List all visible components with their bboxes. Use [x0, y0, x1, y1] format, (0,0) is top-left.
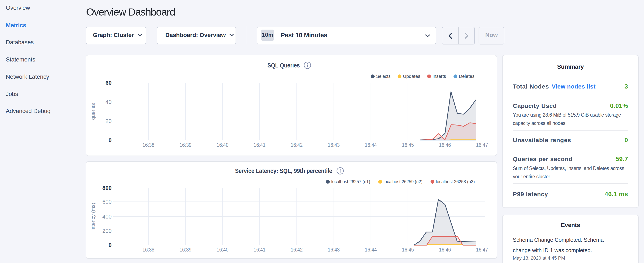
svg-text:localhost:26259 (n2): localhost:26259 (n2) [384, 179, 422, 184]
svg-text:16:44: 16:44 [365, 247, 377, 252]
svg-text:16:42: 16:42 [291, 142, 302, 148]
svg-text:Inserts: Inserts [432, 74, 446, 79]
svg-text:200: 200 [102, 228, 112, 234]
svg-text:SQL Queries: SQL Queries [268, 62, 300, 69]
svg-text:16:38: 16:38 [142, 142, 154, 148]
svg-text:16:39: 16:39 [180, 247, 191, 252]
svg-text:16:46: 16:46 [439, 142, 451, 148]
svg-text:16:47: 16:47 [476, 142, 488, 148]
svg-text:20: 20 [106, 118, 112, 124]
svg-text:40: 40 [106, 99, 112, 105]
svg-text:16:38: 16:38 [142, 247, 154, 252]
svg-text:16:45: 16:45 [402, 142, 414, 148]
svg-text:localhost:26257 (n1): localhost:26257 (n1) [331, 179, 370, 184]
svg-text:Service Latency: SQL, 99th per: Service Latency: SQL, 99th percentile [235, 167, 332, 174]
svg-text:latency (ms): latency (ms) [90, 203, 96, 231]
svg-text:400: 400 [102, 213, 112, 220]
svg-text:16:39: 16:39 [180, 142, 191, 148]
svg-text:queries: queries [90, 103, 96, 120]
svg-text:16:44: 16:44 [365, 142, 377, 148]
svg-text:16:43: 16:43 [328, 247, 340, 252]
svg-text:600: 600 [102, 198, 112, 205]
svg-text:0: 0 [109, 137, 112, 143]
svg-text:Updates: Updates [403, 74, 420, 79]
svg-text:16:41: 16:41 [254, 247, 266, 252]
svg-text:16:46: 16:46 [439, 247, 451, 252]
svg-text:16:40: 16:40 [217, 142, 228, 148]
svg-text:0: 0 [109, 242, 112, 248]
svg-text:16:42: 16:42 [291, 247, 302, 252]
svg-text:16:45: 16:45 [402, 247, 414, 252]
svg-text:Deletes: Deletes [459, 74, 474, 79]
svg-text:16:47: 16:47 [476, 247, 488, 252]
svg-text:16:40: 16:40 [217, 247, 228, 252]
svg-text:localhost:26258 (n3): localhost:26258 (n3) [436, 179, 475, 184]
svg-text:60: 60 [106, 80, 112, 86]
svg-text:16:41: 16:41 [254, 142, 266, 148]
svg-text:800: 800 [102, 185, 112, 191]
svg-text:16:43: 16:43 [328, 142, 340, 148]
svg-text:Selects: Selects [376, 74, 390, 79]
